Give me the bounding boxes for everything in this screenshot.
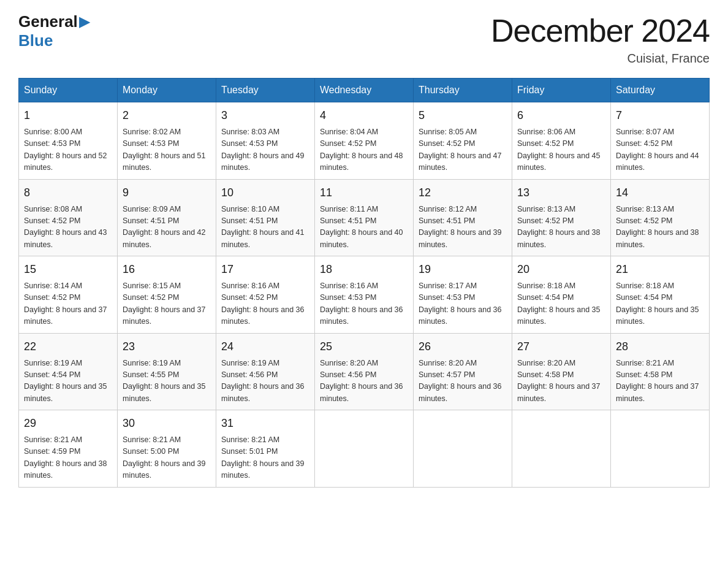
calendar-cell: 11Sunrise: 8:11 AMSunset: 4:51 PMDayligh…	[315, 179, 414, 256]
day-info: Sunrise: 8:21 AMSunset: 5:01 PMDaylight:…	[221, 434, 309, 482]
day-number: 11	[320, 185, 408, 201]
day-number: 9	[123, 185, 211, 201]
calendar-cell: 1Sunrise: 8:00 AMSunset: 4:53 PMDaylight…	[19, 102, 118, 180]
day-info: Sunrise: 8:18 AMSunset: 4:54 PMDaylight:…	[616, 280, 704, 328]
page-header: General ▶ Blue December 2024 Cuisiat, Fr…	[18, 12, 710, 66]
day-info: Sunrise: 8:21 AMSunset: 5:00 PMDaylight:…	[123, 434, 211, 482]
day-info: Sunrise: 8:09 AMSunset: 4:51 PMDaylight:…	[123, 204, 211, 251]
day-info: Sunrise: 8:05 AMSunset: 4:52 PMDaylight:…	[419, 126, 507, 174]
day-number: 26	[419, 339, 507, 355]
calendar-cell	[414, 410, 512, 488]
calendar-week-row: 15Sunrise: 8:14 AMSunset: 4:52 PMDayligh…	[19, 256, 710, 334]
calendar-table: SundayMondayTuesdayWednesdayThursdayFrid…	[18, 78, 710, 488]
calendar-cell: 14Sunrise: 8:13 AMSunset: 4:52 PMDayligh…	[611, 179, 710, 256]
calendar-cell: 17Sunrise: 8:16 AMSunset: 4:52 PMDayligh…	[216, 256, 315, 334]
calendar-cell: 6Sunrise: 8:06 AMSunset: 4:52 PMDaylight…	[512, 102, 611, 180]
day-info: Sunrise: 8:21 AMSunset: 4:59 PMDaylight:…	[24, 434, 112, 482]
calendar-week-row: 22Sunrise: 8:19 AMSunset: 4:54 PMDayligh…	[19, 333, 710, 410]
calendar-cell: 27Sunrise: 8:20 AMSunset: 4:58 PMDayligh…	[512, 333, 611, 410]
calendar-cell: 30Sunrise: 8:21 AMSunset: 5:00 PMDayligh…	[118, 410, 216, 488]
calendar-cell: 22Sunrise: 8:19 AMSunset: 4:54 PMDayligh…	[19, 333, 118, 410]
header-friday: Friday	[512, 79, 611, 102]
calendar-cell	[512, 410, 611, 488]
header-thursday: Thursday	[414, 79, 512, 102]
day-number: 24	[221, 339, 309, 355]
title-section: December 2024 Cuisiat, France	[491, 12, 710, 66]
day-info: Sunrise: 8:15 AMSunset: 4:52 PMDaylight:…	[123, 280, 211, 328]
calendar-cell	[611, 410, 710, 488]
day-info: Sunrise: 8:19 AMSunset: 4:54 PMDaylight:…	[24, 358, 112, 405]
day-number: 28	[616, 339, 704, 355]
logo-arrow-icon: ▶	[79, 13, 90, 31]
day-number: 22	[24, 339, 112, 355]
calendar-week-row: 29Sunrise: 8:21 AMSunset: 4:59 PMDayligh…	[19, 410, 710, 488]
day-info: Sunrise: 8:16 AMSunset: 4:53 PMDaylight:…	[320, 280, 408, 328]
day-info: Sunrise: 8:20 AMSunset: 4:56 PMDaylight:…	[320, 358, 408, 405]
calendar-week-row: 8Sunrise: 8:08 AMSunset: 4:52 PMDaylight…	[19, 179, 710, 256]
logo: General ▶ Blue	[18, 12, 90, 50]
calendar-cell: 2Sunrise: 8:02 AMSunset: 4:53 PMDaylight…	[118, 102, 216, 180]
logo-general-text: General	[18, 12, 78, 31]
calendar-cell: 12Sunrise: 8:12 AMSunset: 4:51 PMDayligh…	[414, 179, 512, 256]
day-info: Sunrise: 8:08 AMSunset: 4:52 PMDaylight:…	[24, 204, 112, 251]
day-number: 17	[221, 261, 309, 278]
calendar-cell: 4Sunrise: 8:04 AMSunset: 4:52 PMDaylight…	[315, 102, 414, 180]
day-number: 1	[24, 107, 112, 124]
calendar-cell: 15Sunrise: 8:14 AMSunset: 4:52 PMDayligh…	[19, 256, 118, 334]
header-saturday: Saturday	[611, 79, 710, 102]
day-info: Sunrise: 8:03 AMSunset: 4:53 PMDaylight:…	[221, 126, 309, 174]
calendar-cell: 23Sunrise: 8:19 AMSunset: 4:55 PMDayligh…	[118, 333, 216, 410]
header-monday: Monday	[118, 79, 216, 102]
day-number: 16	[123, 261, 211, 278]
day-number: 12	[419, 185, 507, 201]
calendar-cell: 21Sunrise: 8:18 AMSunset: 4:54 PMDayligh…	[611, 256, 710, 334]
day-number: 23	[123, 339, 211, 355]
day-number: 8	[24, 185, 112, 201]
calendar-cell: 24Sunrise: 8:19 AMSunset: 4:56 PMDayligh…	[216, 333, 315, 410]
calendar-cell	[315, 410, 414, 488]
day-number: 18	[320, 261, 408, 278]
calendar-cell: 26Sunrise: 8:20 AMSunset: 4:57 PMDayligh…	[414, 333, 512, 410]
header-tuesday: Tuesday	[216, 79, 315, 102]
day-info: Sunrise: 8:10 AMSunset: 4:51 PMDaylight:…	[221, 204, 309, 251]
day-info: Sunrise: 8:16 AMSunset: 4:52 PMDaylight:…	[221, 280, 309, 328]
day-number: 27	[517, 339, 605, 355]
calendar-week-row: 1Sunrise: 8:00 AMSunset: 4:53 PMDaylight…	[19, 102, 710, 180]
location-text: Cuisiat, France	[491, 52, 710, 66]
calendar-cell: 16Sunrise: 8:15 AMSunset: 4:52 PMDayligh…	[118, 256, 216, 334]
day-number: 31	[221, 415, 309, 432]
day-info: Sunrise: 8:20 AMSunset: 4:57 PMDaylight:…	[419, 358, 507, 405]
logo-blue-text: Blue	[18, 31, 53, 50]
day-info: Sunrise: 8:19 AMSunset: 4:55 PMDaylight:…	[123, 358, 211, 405]
day-info: Sunrise: 8:17 AMSunset: 4:53 PMDaylight:…	[419, 280, 507, 328]
header-sunday: Sunday	[19, 79, 118, 102]
day-number: 30	[123, 415, 211, 432]
day-number: 14	[616, 185, 704, 201]
calendar-cell: 8Sunrise: 8:08 AMSunset: 4:52 PMDaylight…	[19, 179, 118, 256]
calendar-cell: 19Sunrise: 8:17 AMSunset: 4:53 PMDayligh…	[414, 256, 512, 334]
day-number: 13	[517, 185, 605, 201]
calendar-cell: 20Sunrise: 8:18 AMSunset: 4:54 PMDayligh…	[512, 256, 611, 334]
day-number: 3	[221, 107, 309, 124]
day-info: Sunrise: 8:02 AMSunset: 4:53 PMDaylight:…	[123, 126, 211, 174]
day-info: Sunrise: 8:21 AMSunset: 4:58 PMDaylight:…	[616, 358, 704, 405]
calendar-cell: 7Sunrise: 8:07 AMSunset: 4:52 PMDaylight…	[611, 102, 710, 180]
calendar-cell: 3Sunrise: 8:03 AMSunset: 4:53 PMDaylight…	[216, 102, 315, 180]
calendar-cell: 25Sunrise: 8:20 AMSunset: 4:56 PMDayligh…	[315, 333, 414, 410]
calendar-header-row: SundayMondayTuesdayWednesdayThursdayFrid…	[19, 79, 710, 102]
day-info: Sunrise: 8:06 AMSunset: 4:52 PMDaylight:…	[517, 126, 605, 174]
calendar-cell: 13Sunrise: 8:13 AMSunset: 4:52 PMDayligh…	[512, 179, 611, 256]
day-info: Sunrise: 8:12 AMSunset: 4:51 PMDaylight:…	[419, 204, 507, 251]
day-info: Sunrise: 8:14 AMSunset: 4:52 PMDaylight:…	[24, 280, 112, 328]
calendar-cell: 18Sunrise: 8:16 AMSunset: 4:53 PMDayligh…	[315, 256, 414, 334]
day-number: 6	[517, 107, 605, 124]
month-title: December 2024	[491, 12, 710, 49]
day-number: 7	[616, 107, 704, 124]
day-info: Sunrise: 8:20 AMSunset: 4:58 PMDaylight:…	[517, 358, 605, 405]
day-number: 29	[24, 415, 112, 432]
day-number: 20	[517, 261, 605, 278]
day-info: Sunrise: 8:19 AMSunset: 4:56 PMDaylight:…	[221, 358, 309, 405]
calendar-cell: 9Sunrise: 8:09 AMSunset: 4:51 PMDaylight…	[118, 179, 216, 256]
day-info: Sunrise: 8:18 AMSunset: 4:54 PMDaylight:…	[517, 280, 605, 328]
day-number: 19	[419, 261, 507, 278]
